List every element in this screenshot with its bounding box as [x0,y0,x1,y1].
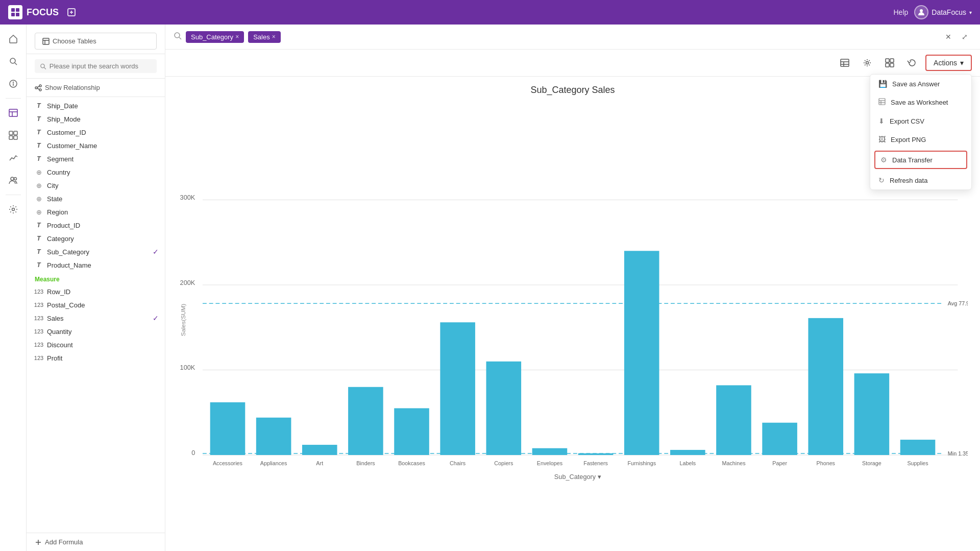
search-icon[interactable] [174,32,182,42]
field-label: State [47,195,62,203]
data-transfer-icon: ⚙ [880,156,887,164]
field-quantity[interactable]: 123 Quantity [27,325,165,338]
user-avatar [914,5,928,19]
table-view-icon[interactable] [836,54,854,72]
tag-close-icon[interactable]: × [235,33,239,40]
svg-rect-13 [9,109,17,116]
layout-icon[interactable] [3,125,23,146]
field-row-id[interactable]: 123 Row_ID [27,285,165,298]
svg-text:Machines: Machines [722,460,745,466]
svg-text:Storage: Storage [862,460,881,466]
field-label: Sub_Category [47,248,89,256]
save-as-worksheet-item[interactable]: Save as Worksheet [870,93,971,112]
field-region[interactable]: ⊕ Region [27,205,165,219]
show-relationship-btn[interactable]: Show Relationship [27,79,165,97]
chart-icon[interactable] [3,148,23,168]
field-state[interactable]: ⊕ State [27,192,165,205]
field-discount[interactable]: 123 Discount [27,338,165,351]
users-icon[interactable] [3,170,23,190]
field-city[interactable]: ⊕ City [27,179,165,192]
field-label: Ship_Date [47,102,78,110]
export-png-item[interactable]: 🖼 Export PNG [870,130,971,149]
actions-label: Actions [934,59,957,67]
bar-chairs [440,322,475,455]
text-type-icon: T [35,115,43,123]
field-product-name[interactable]: T Product_Name [27,258,165,272]
choose-tables-label: Choose Tables [53,37,96,45]
icon-bar [0,25,27,551]
svg-text:300K: 300K [180,194,195,201]
measure-section-label: Measure [27,272,165,285]
refresh-data-item[interactable]: ↻ Refresh data [870,171,971,189]
expand-search-icon[interactable]: ⤢ [958,30,972,44]
bar-copiers [486,362,522,455]
grid-view-icon[interactable] [880,54,899,72]
svg-rect-3 [16,13,19,16]
export-csv-item[interactable]: ⬇ Export CSV [870,112,971,130]
svg-rect-45 [890,63,894,67]
table-icon[interactable] [3,103,23,123]
tag-sales[interactable]: Sales × [248,31,281,43]
field-product-id[interactable]: T Product_ID [27,219,165,232]
add-formula-button[interactable]: Add Formula [35,538,157,546]
field-customer-id[interactable]: T Customer_ID [27,126,165,139]
actions-dropdown-menu: 💾 Save as Answer Save as Worksheet ⬇ Exp… [870,74,972,190]
help-link[interactable]: Help [894,8,909,16]
tag-sub-category[interactable]: Sub_Category × [186,31,244,43]
svg-rect-46 [879,99,885,105]
bar-machines [716,385,751,455]
field-ship-mode[interactable]: T Ship_Mode [27,112,165,126]
svg-text:Envelopes: Envelopes [537,460,562,466]
text-type-icon: T [35,102,43,110]
field-ship-date[interactable]: T Ship_Date [27,99,165,112]
svg-text:Paper: Paper [772,460,787,466]
field-segment[interactable]: T Segment [27,152,165,165]
settings-icon[interactable] [3,199,23,220]
svg-text:100K: 100K [180,364,195,371]
save-as-answer-item[interactable]: 💾 Save as Answer [870,75,971,93]
actions-caret: ▾ [960,59,964,67]
home-icon[interactable] [3,29,23,49]
field-sub-category[interactable]: T Sub_Category ✓ [27,245,165,258]
sidebar-footer: Add Formula [27,533,165,551]
search-input[interactable] [285,33,937,41]
svg-text:Copiers: Copiers [494,460,513,466]
add-tab-icon[interactable] [67,8,76,17]
field-label: Customer_ID [47,129,86,136]
svg-text:Min 1.35K: Min 1.35K [948,450,968,457]
field-category[interactable]: T Category [27,232,165,245]
svg-point-35 [175,33,180,38]
svg-point-29 [39,85,41,87]
field-checked-icon: ✓ [153,314,159,322]
field-sales[interactable]: 123 Sales ✓ [27,312,165,325]
field-postal-code[interactable]: 123 Postal_Code [27,298,165,312]
choose-tables-button[interactable]: Choose Tables [35,33,157,50]
refresh-icon[interactable] [903,54,921,72]
user-menu[interactable]: DataFocus ▾ [914,5,972,19]
globe-type-icon: ⊕ [35,208,43,216]
export-csv-label: Export CSV [890,117,924,125]
sidebar-search-input[interactable] [50,62,152,70]
svg-line-31 [37,86,39,87]
svg-text:Fasteners: Fasteners [583,460,608,466]
field-profit[interactable]: 123 Profit [27,351,165,365]
actions-button[interactable]: Actions ▾ [925,55,972,71]
sidebar-field-list: T Ship_Date T Ship_Mode T Customer_ID T … [27,97,165,533]
settings-chart-icon[interactable] [858,54,876,72]
svg-point-7 [920,9,923,12]
search-nav-icon[interactable] [3,51,23,71]
num-type-icon: 123 [35,288,43,296]
chart-title: Sub_Category Sales [178,85,968,95]
bar-accessories [210,402,246,455]
globe-type-icon: ⊕ [35,195,43,203]
data-transfer-item[interactable]: ⚙ Data Transfer [874,151,967,169]
svg-rect-37 [841,59,849,66]
field-customer-name[interactable]: T Customer_Name [27,139,165,152]
tag-close-icon[interactable]: × [272,33,276,40]
text-type-icon: T [35,141,43,150]
svg-point-12 [13,82,13,83]
field-country[interactable]: ⊕ Country [27,165,165,179]
svg-line-36 [179,37,181,39]
info-icon[interactable] [3,74,23,94]
clear-search-icon[interactable]: ✕ [941,30,955,44]
